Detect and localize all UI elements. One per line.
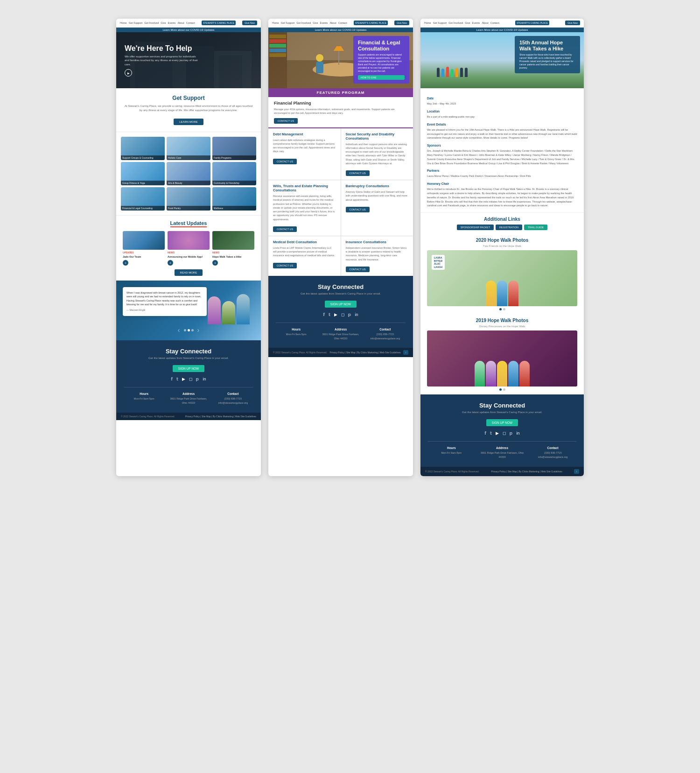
r-address-title: Address [479,446,526,450]
walker-4 [451,69,454,77]
right-scroll-top[interactable]: ↑ [574,469,579,474]
r-nav-events[interactable]: Events [472,21,480,24]
program-contact-3[interactable]: CONTACT US [346,207,370,212]
m-nav-home[interactable]: Home [272,21,279,24]
right-footer-links[interactable]: Privacy Policy | Site Map | By Clicks Ma… [491,470,562,473]
middle-footer-links[interactable]: Privacy Policy | Site Map | By Clicks Ma… [330,351,401,354]
testimonial-quote: When I was diagnosed with breast cancer … [126,291,203,306]
r-nav-give[interactable]: Give [465,21,470,24]
m-instagram-icon[interactable]: ◻ [341,312,344,317]
m-nav-get-support[interactable]: Get Support [281,21,295,24]
update-card-2: News Hope Walk Takes a Hike + [212,231,254,266]
read-more-button[interactable]: READ MORE [175,269,203,276]
nav-home[interactable]: Home [120,21,127,24]
m-youtube-icon[interactable]: ▶ [334,312,337,317]
program-title-1: Social Security and Disability Consultat… [346,132,409,141]
right-covid-banner[interactable]: Learn More about our COVID-19 Updates [420,28,584,32]
right-give-now-button[interactable]: Give Now [565,21,580,25]
youtube-icon[interactable]: ▶ [182,377,185,381]
nav-events[interactable]: Events [168,21,176,24]
left-covid-banner[interactable]: Learn More about our COVID-19 Updates [116,28,261,32]
how-to-give-button[interactable]: HOW TO GIVE [358,75,405,80]
twitter-icon[interactable]: 𝕥 [176,377,178,381]
service-card-arts[interactable]: Arts & Beauty [167,162,210,185]
hero-play-button[interactable] [125,69,132,77]
m-linkedin-icon[interactable]: in [355,312,358,317]
service-card-wellness[interactable]: Wellness [212,187,256,211]
svg-rect-9 [269,39,286,43]
update-link-icon-1[interactable]: + [168,260,173,266]
testimonial-next[interactable]: › [197,326,200,334]
testimonial-prev[interactable]: ‹ [178,326,180,334]
left-sign-up-button[interactable]: SIGN UP NOW [173,365,204,372]
nav-get-involved[interactable]: Get Involved [144,21,159,24]
program-contact-2[interactable]: CONTACT US [273,226,297,232]
nav-contact[interactable]: Contact [186,21,195,24]
m-twitter-icon[interactable]: 𝕥 [329,312,330,317]
nav-give[interactable]: Give [161,21,166,24]
registration-button[interactable]: REGISTRATION [496,225,522,230]
service-card-holistic[interactable]: Holistic Care [167,137,210,160]
r-pinterest-icon[interactable]: 𝕡 [510,431,512,436]
middle-covid-banner[interactable]: Learn More about our COVID-19 Updates [268,28,413,32]
m-facebook-icon[interactable]: 𝕗 [323,312,325,317]
m-nav-give[interactable]: Give [313,21,318,24]
right-sign-up-button[interactable]: SIGN UP NOW [486,419,518,426]
r-facebook-icon[interactable]: 𝕗 [484,431,486,436]
nav-get-support[interactable]: Get Support [129,21,143,24]
main-program-contact-button[interactable]: CONTACT US [274,118,298,124]
details-label: Event Details [427,122,577,127]
instagram-icon[interactable]: ◻ [189,377,192,381]
program-contact-4[interactable]: CONTACT US [273,263,297,268]
r-instagram-icon[interactable]: ◻ [503,431,506,436]
hero-walk-overlay: 15th Annual Hope Walk Takes a Hike Show … [515,36,580,73]
testimonial-section: When I was diagnosed with breast cancer … [116,281,261,340]
middle-logo-text: STEWART'S CARING PLACE [354,21,388,25]
m-pinterest-icon[interactable]: 𝕡 [348,312,351,317]
program-contact-5[interactable]: CONTACT US [346,267,370,272]
r-linkedin-icon[interactable]: in [516,431,519,436]
trail-guide-button[interactable]: TRAIL GUIDE [524,225,547,230]
r-nav-about[interactable]: About [482,21,488,24]
r-nav-home[interactable]: Home [424,21,431,24]
r-youtube-icon[interactable]: ▶ [496,431,499,436]
r-twitter-icon[interactable]: 𝕥 [490,431,492,436]
r-nav-contact[interactable]: Contact [490,21,499,24]
update-link-icon-0[interactable]: + [123,260,128,266]
update-card-1: News Announcing our Mobile App! + [168,231,210,266]
contact-text: (330) 836-7715 info@stewartscgplace.org [213,397,253,405]
m-nav-get-involved[interactable]: Get Involved [296,21,311,24]
update-title-1: Announcing our Mobile App! [168,255,210,259]
facebook-icon[interactable]: 𝕗 [171,377,173,381]
middle-browser-window: Home Get Support Get Involved Give Event… [268,19,413,476]
m-nav-contact[interactable]: Contact [338,21,347,24]
photo-sign: LAURABITTERALUCLAUGH [432,255,445,270]
service-card-family[interactable]: Family Programs [212,137,256,160]
sponsorship-button[interactable]: SPONSORSHIP PACKET [457,225,494,230]
middle-give-now-button[interactable]: Give Now [394,21,409,25]
left-footer-links[interactable]: Privacy Policy | Site Map | By Clicks Ma… [185,415,256,418]
learn-more-button[interactable]: LEARN MORE [174,119,203,125]
left-give-now-button[interactable]: Give Now [242,21,257,25]
person-8 [519,361,530,386]
service-card-community[interactable]: Community & Friendship [212,162,256,185]
service-card-food[interactable]: Food Pantry [167,187,210,211]
middle-logo: STEWART'S CARING PLACE [354,21,388,25]
dot-1 [184,329,186,331]
m-nav-events[interactable]: Events [320,21,328,24]
linkedin-icon[interactable]: in [203,377,206,381]
r-nav-get-support[interactable]: Get Support [433,21,447,24]
person-4 [475,361,485,386]
middle-scroll-top[interactable]: ↑ [403,350,408,355]
nav-about[interactable]: About [177,21,184,24]
pinterest-icon[interactable]: 𝕡 [196,377,199,381]
program-contact-1[interactable]: CONTACT US [346,170,370,176]
m-nav-about[interactable]: About [329,21,336,24]
update-link-icon-2[interactable]: + [212,260,218,266]
program-contact-0[interactable]: CONTACT US [273,159,297,164]
middle-sign-up-button[interactable]: SIGN UP NOW [325,301,357,308]
service-card-fitness[interactable]: Group Fitness & Yoga [121,162,165,185]
r-nav-get-involved[interactable]: Get Involved [448,21,463,24]
service-card-support[interactable]: Support Groups & Counseling [121,137,165,160]
service-card-financial[interactable]: Financial & Legal Counseling [121,187,165,211]
